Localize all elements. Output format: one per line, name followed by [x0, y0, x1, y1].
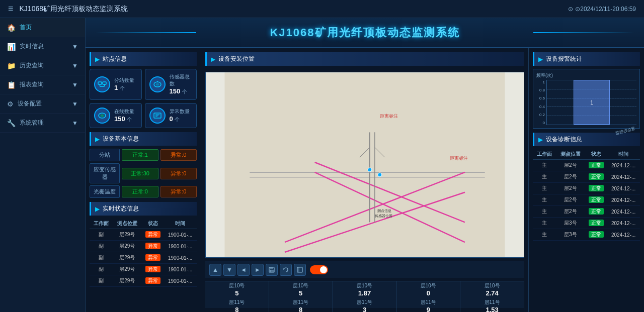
- toolbar-btn-right[interactable]: ►: [252, 264, 264, 276]
- sidebar-label-realtime: 实时信息: [20, 42, 44, 51]
- table-row: 主 层3号 正常 2024-12-...: [533, 218, 640, 229]
- clock-icon: ⊙: [568, 6, 573, 13]
- info-cell-label: 层11号: [421, 299, 436, 306]
- home-icon: 🏠: [7, 24, 16, 32]
- info-cell: 层10号 0: [396, 281, 460, 298]
- abnormal-icon: [149, 108, 166, 124]
- device-diagnosis-section: ▶ 设备诊断信息 工作面 测点位置 状态 时间: [533, 133, 640, 241]
- status-badge: 正常: [589, 173, 604, 180]
- history-icon: 📁: [7, 62, 16, 70]
- left-panel: ▶ 站点信息 分站数量 1 个: [86, 48, 201, 312]
- toolbar-btn-up[interactable]: ▲: [209, 264, 221, 276]
- info-cell-label: 层11号: [357, 299, 372, 306]
- info-cell-value: 1.53: [486, 306, 498, 312]
- toolbar-btn-frame[interactable]: [294, 264, 306, 276]
- device-location-icon: ▶: [211, 56, 215, 63]
- sidebar-item-history[interactable]: 📁 历史查询 ▼: [0, 56, 85, 75]
- status-badge: 正常: [589, 231, 604, 238]
- sidebar-label-history: 历史查询: [20, 61, 44, 70]
- svg-rect-32: [270, 267, 273, 269]
- table-row: 副 层29号 异常 1900-01-...: [90, 252, 197, 264]
- center-panel: ▶ 设备安装位置: [201, 48, 528, 312]
- svg-text:距离标注: 距离标注: [380, 114, 398, 119]
- toolbar-btn-save[interactable]: [266, 264, 278, 276]
- toolbar-btn-left[interactable]: ◄: [237, 264, 250, 276]
- info-cell: 层10号 1.87: [333, 281, 397, 298]
- alarm-stats-icon: ▶: [538, 56, 543, 63]
- banner-title: KJ1068矿用光纤顶板动态监测系统: [270, 25, 459, 40]
- topbar-left: ≡ KJ1068矿用光纤顶板动态监测系统: [8, 4, 128, 14]
- info-cell-value: 8: [235, 306, 238, 312]
- chevron-down-icon-3: ▼: [72, 81, 78, 88]
- chevron-down-icon: ▼: [72, 43, 78, 50]
- status-badge: 正常: [589, 185, 604, 191]
- online-icon: [94, 108, 110, 124]
- sidebar-item-system[interactable]: 🔧 系统管理 ▼: [0, 114, 85, 133]
- device-location-title: 设备安装位置: [218, 55, 255, 63]
- menu-icon[interactable]: ≡: [8, 4, 14, 14]
- three-col-layout: ▶ 站点信息 分站数量 1 个: [86, 48, 644, 312]
- bottom-row: 层11号 8 层11号 8 层11号 3 层11号 9 层11号 1.53: [205, 298, 524, 312]
- station-info-header: ▶ 站点信息: [90, 52, 197, 66]
- station-info-title: 站点信息: [103, 55, 127, 63]
- svg-point-6: [155, 83, 159, 86]
- info-cell-label: 层11号: [293, 299, 308, 306]
- col-time: 时间: [164, 219, 197, 229]
- info-cell-label: 层10号: [229, 282, 245, 289]
- bottom-cells-wrap: 层10号 5 层10号 5 层10号 1.87 层10号 0 层10号 2.74…: [205, 281, 524, 308]
- bottom-info-bar: 层10号 5 层10号 5 层10号 1.87 层10号 0 层10号 2.74…: [205, 281, 524, 308]
- station-info-section: ▶ 站点信息 分站数量 1 个: [90, 52, 197, 128]
- main-layout: 🏠 首页 📊 实时信息 ▼ 📁 历史查询 ▼ 📋 报表查询 ▼: [0, 18, 644, 312]
- svg-rect-33: [270, 270, 273, 272]
- info-cell: 层10号 5: [269, 281, 333, 298]
- device-diagnosis-title: 设备诊断信息: [546, 135, 582, 144]
- device-icon: ⚙: [7, 100, 14, 108]
- realtime-status-section: ▶ 实时状态信息 工作面 测点位置 状态 时间: [90, 202, 197, 287]
- device-abnormal-status: 异常:0: [160, 186, 197, 197]
- info-cell: 层10号 2.74: [460, 281, 524, 298]
- toolbar-btn-down[interactable]: ▼: [223, 264, 235, 276]
- svg-rect-35: [297, 267, 302, 272]
- table-row: 主 层2号 正常 2024-12-...: [533, 206, 640, 218]
- bottom-row: 层10号 5 层10号 5 层10号 1.87 层10号 0 层10号 2.74: [205, 281, 524, 298]
- sidebar-item-device[interactable]: ⚙ 设备配置 ▼: [0, 94, 85, 114]
- sidebar-label-system: 系统管理: [20, 119, 44, 127]
- app-title: KJ1068矿用光纤顶板动态监测系统: [20, 5, 128, 14]
- svg-point-27: [368, 168, 372, 172]
- device-abnormal-status: 异常:0: [160, 149, 197, 161]
- mine-diagram: 距离标注 距离标注 测点信息 传感器位置: [206, 72, 524, 257]
- device-diagnosis-header: ▶ 设备诊断信息: [533, 133, 640, 146]
- diag-table: 工作面 测点位置 状态 时间 主 层2号 正常 2024-12-... 主 层2…: [533, 149, 640, 241]
- info-cell-label: 层10号: [357, 282, 372, 289]
- info-cell-label: 层10号: [485, 282, 500, 289]
- substation-info: 分站数量 1 个: [114, 77, 137, 92]
- layer-toggle[interactable]: [310, 265, 328, 274]
- stat-sensors-total: 传感器总数 150 个: [145, 69, 197, 100]
- device-normal-status: 正常:1: [122, 149, 158, 161]
- chart-area: 频率(次) 1 0.8 0.6 0.4 0.2 0: [533, 69, 640, 129]
- substation-icon: [94, 76, 110, 92]
- y-val-2: 0.8: [539, 88, 545, 92]
- status-badge: 异常: [145, 243, 160, 249]
- sidebar-item-home[interactable]: 🏠 首页: [0, 18, 85, 37]
- status-badge: 异常: [145, 231, 160, 238]
- sidebar-item-realtime[interactable]: 📊 实时信息 ▼: [0, 37, 85, 56]
- datetime-text: ⊙2024/12/11-20:06:59: [575, 6, 636, 13]
- table-row: 副 层29号 异常 1900-01-...: [90, 229, 197, 241]
- substation-value: 1 个: [114, 84, 137, 92]
- svg-rect-0: [98, 82, 102, 84]
- device-basic-section: ▶ 设备基本信息 分站 正常:1 异常:0 应变传感器 正常:30 异常:0 光…: [90, 132, 197, 198]
- map-toolbar: ▲ ▼ ◄ ►: [205, 261, 524, 278]
- chevron-down-icon-4: ▼: [72, 100, 78, 108]
- diag-col-status: 状态: [585, 149, 607, 160]
- realtime-status-icon: ▶: [95, 205, 100, 213]
- device-diagnosis-icon: ▶: [538, 136, 543, 143]
- sidebar-item-report[interactable]: 📋 报表查询 ▼: [0, 75, 85, 94]
- right-panel: ▶ 设备报警统计 频率(次) 1 0.8 0.6 0.4 0.: [528, 48, 644, 312]
- y-val-4: 0.4: [539, 105, 545, 109]
- toolbar-btn-undo[interactable]: [280, 264, 292, 276]
- stat-online: 在线数量 150 个: [90, 103, 142, 128]
- realtime-tbody: 副 层29号 异常 1900-01-... 副 层29号 异常 1900-01-…: [90, 229, 197, 287]
- map-inner: 距离标注 距离标注 测点信息 传感器位置: [206, 72, 524, 257]
- col-workface: 工作面: [90, 219, 113, 229]
